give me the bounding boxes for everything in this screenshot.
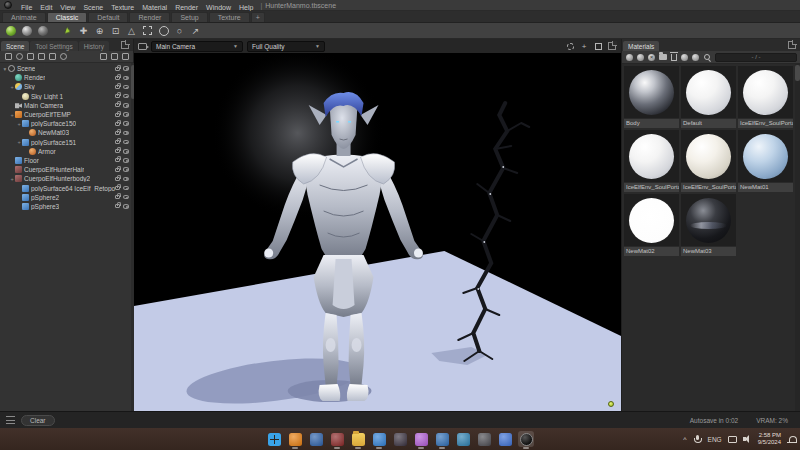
tree-item-polysurface150[interactable]: +polySurface150 [0, 119, 131, 128]
tree-item-sky[interactable]: +Sky [0, 82, 131, 91]
workspace-tab-render[interactable]: Render [129, 12, 170, 22]
material-item-newmat02[interactable]: NewMat02 [624, 194, 679, 256]
light-icon[interactable] [15, 53, 23, 61]
tab-scene[interactable]: Scene [1, 41, 29, 51]
lock-icon[interactable] [115, 122, 120, 126]
material-item-body[interactable]: Body [624, 66, 679, 128]
taskbar-marmoset-toolbag-button[interactable] [518, 431, 534, 447]
language-indicator[interactable]: ENG [708, 436, 722, 443]
tree-item-sky-light-1[interactable]: Sky Light 1 [0, 92, 131, 101]
tree-item-psphere2[interactable]: pSphere2 [0, 193, 131, 202]
material-item-newmat01[interactable]: NewMat01 [738, 130, 793, 192]
lasso-select-tool-icon[interactable]: ○ [173, 24, 186, 37]
apply-icon[interactable] [691, 53, 700, 62]
graph-icon[interactable] [680, 53, 689, 62]
transform-gizmo-tool-icon[interactable]: ↗ [189, 24, 202, 37]
visibility-icon[interactable] [123, 131, 129, 136]
popout-viewport-button[interactable] [607, 41, 617, 51]
visibility-icon[interactable] [123, 204, 129, 209]
folder-icon[interactable] [658, 53, 667, 62]
rotate-tool-icon[interactable]: ⊕ [93, 24, 106, 37]
taskbar-paint-app-button[interactable] [413, 431, 429, 447]
tree-item-armor[interactable]: Armor [0, 147, 131, 156]
popout-icon[interactable] [788, 41, 796, 49]
workspace-tab-setup[interactable]: Setup [171, 12, 207, 22]
tree-item-floor[interactable]: Floor [0, 156, 131, 165]
visibility-icon[interactable] [123, 167, 129, 172]
taskbar-start-button[interactable] [266, 431, 282, 447]
lock-icon[interactable] [115, 158, 120, 162]
material-item-default[interactable]: Default [681, 66, 736, 128]
lock-icon[interactable] [115, 76, 120, 80]
workspace-tab-default[interactable]: Default [88, 12, 128, 22]
network-icon[interactable] [728, 436, 737, 443]
pivot-tool-icon[interactable]: △ [125, 24, 138, 37]
taskbar-file-explorer-button[interactable] [350, 431, 366, 447]
menu-material[interactable]: Material [138, 4, 171, 11]
taskbar-recorder-button[interactable] [329, 431, 345, 447]
materials-filter-input[interactable]: - / - [715, 53, 797, 62]
materials-scrollbar[interactable] [795, 64, 800, 411]
lock-icon[interactable] [115, 67, 120, 71]
camera-select[interactable]: Main Camera ▼ [151, 41, 243, 52]
tree-item-polysurface64-iceelf-retopo[interactable]: polySurface64 IceElf_Retopo [0, 183, 131, 192]
taskbar-modeling-app-button[interactable] [455, 431, 471, 447]
tree-item-newmat03[interactable]: NewMat03 [0, 128, 131, 137]
menu-edit[interactable]: Edit [36, 4, 56, 11]
material-item-newmat03[interactable]: NewMat03 [681, 194, 736, 256]
lock-icon[interactable] [115, 168, 120, 172]
translate-tool-icon[interactable]: ✚ [77, 24, 90, 37]
link-icon[interactable] [26, 53, 34, 61]
lock-icon[interactable] [115, 131, 120, 135]
visibility-icon[interactable] [123, 94, 129, 99]
tree-item-scene[interactable]: ▾Scene [0, 64, 131, 73]
taskbar-blender-button[interactable] [287, 431, 303, 447]
menu-window[interactable]: Window [202, 4, 235, 11]
trash-icon[interactable] [669, 53, 678, 62]
visibility-icon[interactable] [123, 66, 129, 71]
shaded-view-icon[interactable] [4, 24, 17, 37]
workspace-tab-texture[interactable]: Texture [209, 12, 250, 22]
taskbar-notes-app-button[interactable] [476, 431, 492, 447]
tab-history[interactable]: History [79, 41, 109, 51]
visibility-icon[interactable] [123, 85, 129, 90]
ellipse-select-tool-icon[interactable] [157, 24, 170, 37]
lock-icon[interactable] [115, 186, 120, 190]
search-icon[interactable] [702, 53, 711, 62]
visibility-icon[interactable] [123, 121, 129, 126]
visibility-icon[interactable] [123, 112, 129, 117]
tree-item-polysurface151[interactable]: +polySurface151 [0, 138, 131, 147]
lock-icon[interactable] [115, 149, 120, 153]
material-item-iceelfenv-soulportal13[interactable]: IceElfEnv_SoulPortal13 [681, 130, 736, 192]
quality-select[interactable]: Full Quality ▼ [247, 41, 325, 52]
material-item-iceelfenv-soulportal11[interactable]: IceElfEnv_SoulPortal11 [738, 66, 793, 128]
lock-icon[interactable] [115, 177, 120, 181]
workspace-tab-classic[interactable]: Classic [47, 12, 88, 22]
marquee-select-tool-icon[interactable] [141, 24, 154, 37]
workspace-tab-animate[interactable]: Animate [2, 12, 46, 22]
menu-texture[interactable]: Texture [107, 4, 138, 11]
visibility-icon[interactable] [123, 103, 129, 108]
tab-materials[interactable]: Materials [623, 41, 659, 51]
menu-help[interactable]: Help [235, 4, 257, 11]
clear-log-button[interactable]: Clear [21, 415, 55, 426]
viewport-3d-scene[interactable] [134, 53, 621, 411]
wireframe-view-icon[interactable] [36, 24, 49, 37]
material-view-icon[interactable] [20, 24, 33, 37]
lock-icon[interactable] [115, 103, 120, 107]
visibility-icon[interactable] [123, 186, 129, 191]
add-material-icon[interactable] [625, 53, 634, 62]
lock-icon[interactable] [115, 204, 120, 208]
visibility-icon[interactable] [123, 177, 129, 182]
lock-icon[interactable] [115, 195, 120, 199]
taskbar-photoshop-button[interactable] [434, 431, 450, 447]
tree-item-psphere3[interactable]: pSphere3 [0, 202, 131, 211]
tab-tool-settings[interactable]: Tool Settings [30, 41, 77, 51]
mesh-icon[interactable] [37, 53, 45, 61]
lock-icon[interactable] [115, 85, 120, 89]
visibility-icon[interactable] [123, 140, 129, 145]
tree-item-main-camera[interactable]: Main Camera [0, 101, 131, 110]
delete-icon[interactable] [121, 53, 129, 61]
delete-material-icon[interactable] [647, 53, 656, 62]
visibility-icon[interactable] [123, 158, 129, 163]
